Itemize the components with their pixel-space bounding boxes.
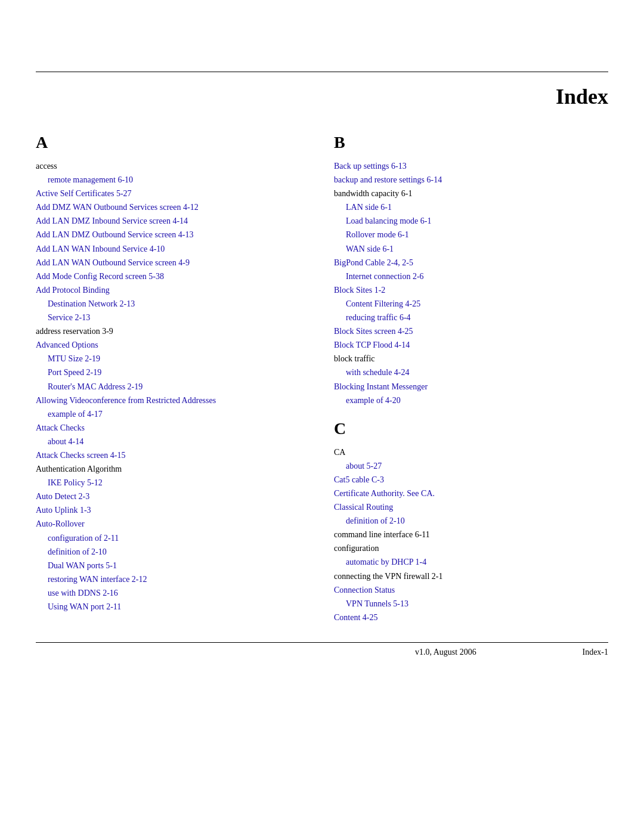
column-a: A accessremote management 6-10Active Sel… <box>36 133 310 624</box>
index-entry[interactable]: address reservation 3-9 <box>36 324 310 338</box>
entries-b: Back up settings 6-13backup and restore … <box>334 159 608 407</box>
index-entry[interactable]: Block TCP Flood 4-14 <box>334 338 608 352</box>
index-entry[interactable]: Internet connection 2-6 <box>334 270 608 283</box>
index-entry[interactable]: Add Mode Config Record screen 5-38 <box>36 270 310 283</box>
index-entry[interactable]: BigPond Cable 2-4, 2-5 <box>334 256 608 270</box>
index-entry[interactable]: configuration of 2-11 <box>36 531 310 545</box>
bottom-rule <box>36 642 608 643</box>
column-bc: B Back up settings 6-13backup and restor… <box>334 133 608 624</box>
index-entry[interactable]: Attack Checks <box>36 421 310 435</box>
index-entry[interactable]: Allowing Videoconference from Restricted… <box>36 394 310 407</box>
index-entry[interactable]: Auto Detect 2-3 <box>36 490 310 503</box>
index-entry[interactable]: Blocking Instant Messenger <box>334 380 608 394</box>
index-entry[interactable]: reducing traffic 6-4 <box>334 311 608 324</box>
index-entry[interactable]: Port Speed 2-19 <box>36 366 310 379</box>
index-entry[interactable]: with schedule 4-24 <box>334 366 608 379</box>
index-entry[interactable]: Classical Routing <box>334 500 608 514</box>
index-entry[interactable]: Auto-Rollover <box>36 517 310 531</box>
top-rule <box>36 72 608 72</box>
index-entry[interactable]: Block Sites screen 4-25 <box>334 324 608 338</box>
index-entry[interactable]: Using WAN port 2-11 <box>36 600 310 614</box>
index-entry[interactable]: Content 4-25 <box>334 611 608 624</box>
index-entry[interactable]: IKE Policy 5-12 <box>36 476 310 490</box>
index-entry[interactable]: about 5-27 <box>334 459 608 473</box>
index-entry[interactable]: Add DMZ WAN Outbound Services screen 4-1… <box>36 200 310 214</box>
index-entry[interactable]: connecting the VPN firewall 2-1 <box>334 569 608 583</box>
index-entry[interactable]: Load balancing mode 6-1 <box>334 214 608 228</box>
index-entry[interactable]: access <box>36 159 310 173</box>
index-entry[interactable]: restoring WAN interface 2-12 <box>36 572 310 586</box>
index-entry[interactable]: backup and restore settings 6-14 <box>334 173 608 187</box>
section-letter-c: C <box>334 419 608 438</box>
content-area: A accessremote management 6-10Active Sel… <box>36 133 608 624</box>
index-entry[interactable]: automatic by DHCP 1-4 <box>334 555 608 569</box>
index-entry[interactable]: Block Sites 1-2 <box>334 283 608 297</box>
index-entry[interactable]: Add LAN WAN Inbound Service 4-10 <box>36 242 310 256</box>
page-title: Index <box>36 84 608 109</box>
index-entry[interactable]: Attack Checks screen 4-15 <box>36 448 310 462</box>
index-entry[interactable]: Advanced Options <box>36 338 310 352</box>
index-entry[interactable]: LAN side 6-1 <box>334 200 608 214</box>
index-entry[interactable]: Destination Network 2-13 <box>36 297 310 311</box>
index-entry[interactable]: configuration <box>334 541 608 555</box>
index-entry[interactable]: Dual WAN ports 5-1 <box>36 559 310 572</box>
index-entry[interactable]: Back up settings 6-13 <box>334 159 608 173</box>
index-entry[interactable]: Add LAN DMZ Inbound Service screen 4-14 <box>36 214 310 228</box>
index-entry[interactable]: CA <box>334 445 608 459</box>
section-letter-b: B <box>334 133 608 152</box>
index-entry[interactable]: Service 2-13 <box>36 311 310 324</box>
index-entry[interactable]: Authentication Algorithm <box>36 462 310 476</box>
index-entry[interactable]: WAN side 6-1 <box>334 242 608 256</box>
index-entry[interactable]: Connection Status <box>334 583 608 597</box>
entries-a: accessremote management 6-10Active Self … <box>36 159 310 614</box>
index-entry[interactable]: Rollover mode 6-1 <box>334 228 608 241</box>
index-entry[interactable]: VPN Tunnels 5-13 <box>334 597 608 611</box>
index-entry[interactable]: remote management 6-10 <box>36 173 310 187</box>
index-entry[interactable]: command line interface 6-11 <box>334 528 608 541</box>
index-entry[interactable]: example of 4-20 <box>334 394 608 407</box>
index-entry[interactable]: about 4-14 <box>36 435 310 448</box>
footer-version: v1.0, August 2006 <box>309 648 582 657</box>
index-entry[interactable]: Auto Uplink 1-3 <box>36 503 310 517</box>
index-entry[interactable]: example of 4-17 <box>36 407 310 421</box>
index-entry[interactable]: definition of 2-10 <box>334 514 608 528</box>
index-entry[interactable]: Add Protocol Binding <box>36 283 310 297</box>
footer: v1.0, August 2006 Index-1 <box>36 648 608 657</box>
entries-c: CAabout 5-27Cat5 cable C-3Certificate Au… <box>334 445 608 624</box>
index-entry[interactable]: use with DDNS 2-16 <box>36 586 310 600</box>
index-entry[interactable]: block traffic <box>334 352 608 366</box>
index-entry[interactable]: MTU Size 2-19 <box>36 352 310 366</box>
index-entry[interactable]: Add LAN WAN Outbound Service screen 4-9 <box>36 256 310 270</box>
footer-pagenum: Index-1 <box>582 648 608 657</box>
index-entry[interactable]: Router's MAC Address 2-19 <box>36 380 310 394</box>
index-entry[interactable]: Active Self Certificates 5-27 <box>36 187 310 200</box>
index-entry[interactable]: Cat5 cable C-3 <box>334 473 608 487</box>
section-letter-a: A <box>36 133 310 152</box>
index-entry[interactable]: Certificate Authority. See CA. <box>334 487 608 500</box>
index-entry[interactable]: bandwidth capacity 6-1 <box>334 187 608 200</box>
index-entry[interactable]: Add LAN DMZ Outbound Service screen 4-13 <box>36 228 310 241</box>
index-entry[interactable]: Content Filtering 4-25 <box>334 297 608 311</box>
page: Index A accessremote management 6-10Acti… <box>0 72 644 833</box>
index-entry[interactable]: definition of 2-10 <box>36 545 310 559</box>
